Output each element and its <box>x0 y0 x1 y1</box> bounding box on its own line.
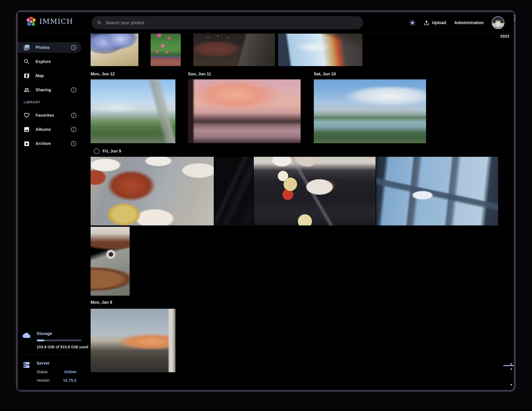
date-group-label[interactable]: Sun, Jun 11 <box>188 72 211 76</box>
photo-thumbnail-window-sky[interactable] <box>376 157 498 225</box>
photo-thumbnail-park-lakes[interactable] <box>91 79 175 143</box>
window-scroll-dots <box>514 15 515 21</box>
app-header: IMMICH Uploa <box>18 12 514 33</box>
photo-thumbnail-pink-flowers[interactable] <box>151 34 181 66</box>
sidebar-item-explore[interactable]: Explore <box>18 56 81 67</box>
sun-icon <box>409 20 416 26</box>
cloud-icon <box>23 331 30 339</box>
upload-label: Upload <box>432 20 446 25</box>
photos-icon <box>23 44 30 51</box>
server-title: Server <box>37 361 76 366</box>
photo-thumbnail-winter-sunset[interactable] <box>91 309 175 372</box>
storage-title: Storage <box>37 331 82 336</box>
sidebar: Photos Explore Map <box>18 34 81 390</box>
search-input[interactable] <box>105 20 348 25</box>
storage-usage-text: 153.9 GiB of 915.8 GiB used <box>37 345 82 349</box>
storage-block: Storage 153.9 GiB of 915.8 GiB used <box>23 331 76 349</box>
upload-button[interactable]: Upload <box>424 20 446 26</box>
select-date-checkbox[interactable] <box>94 148 99 154</box>
scrubber-position-indicator[interactable] <box>503 365 514 366</box>
photo-thumbnail-dinner-table[interactable] <box>254 157 376 225</box>
app-window: IMMICH Uploa <box>16 10 516 392</box>
sidebar-label-photos: Photos <box>36 45 50 50</box>
date-group-label[interactable]: Fri, Jun 9 <box>103 149 121 154</box>
info-icon[interactable] <box>70 140 77 147</box>
server-icon <box>23 361 30 369</box>
date-group-label[interactable]: Mon, Jun 12 <box>91 72 115 76</box>
heart-icon <box>23 112 30 119</box>
upload-icon <box>424 20 429 26</box>
photo-thumbnail-lake-daytime[interactable] <box>314 79 426 143</box>
administration-button[interactable]: Administration <box>454 20 484 25</box>
explore-search-icon <box>23 58 30 65</box>
sidebar-footer: Storage 153.9 GiB of 915.8 GiB used Serv… <box>23 331 76 383</box>
scrubber-tick-dot[interactable] <box>511 363 512 365</box>
photo-timeline: Mon, Jun 12 Sun, Jun 11 Sat, Jun 10 Fri,… <box>81 34 514 390</box>
server-status-label: Status <box>37 370 48 374</box>
server-version-label: Version <box>37 378 50 383</box>
scrubber-tick-dot[interactable] <box>511 368 512 370</box>
scrubber-year-label: 2023 <box>500 34 509 38</box>
photo-thumbnail-window-building[interactable] <box>278 34 362 66</box>
archive-icon <box>23 140 30 147</box>
logo-wordmark: IMMICH <box>39 17 73 25</box>
sidebar-item-photos[interactable]: Photos <box>18 42 81 53</box>
server-version-value: v1.75.2 <box>63 378 76 383</box>
search-bar[interactable] <box>92 16 363 29</box>
immich-logo[interactable]: IMMICH <box>25 16 73 27</box>
map-icon <box>23 73 30 79</box>
administration-label: Administration <box>454 20 484 25</box>
sidebar-item-map[interactable]: Map <box>18 71 81 81</box>
date-group-label[interactable]: Mon, Jan 9 <box>91 300 112 305</box>
sidebar-item-archive[interactable]: Archive <box>18 138 81 149</box>
info-icon[interactable] <box>70 126 77 133</box>
sidebar-label-archive: Archive <box>36 141 51 146</box>
search-icon <box>97 20 102 25</box>
photo-thumbnail-rooftops[interactable] <box>193 34 275 66</box>
photo-thumbnail-night[interactable] <box>215 157 253 225</box>
date-group-label[interactable]: Sat, Jun 10 <box>314 72 336 76</box>
sidebar-label-map: Map <box>36 73 44 78</box>
info-icon[interactable] <box>70 112 77 119</box>
server-block: Server Status Online Version v1.75.2 <box>23 361 76 383</box>
screen: IMMICH Uploa <box>0 0 532 411</box>
sidebar-item-sharing[interactable]: Sharing <box>18 85 81 95</box>
sidebar-label-sharing: Sharing <box>36 87 51 92</box>
sidebar-label-albums: Albums <box>36 127 51 132</box>
photo-thumbnail-pink-sunset[interactable] <box>188 79 301 143</box>
sidebar-divider <box>23 355 76 355</box>
sidebar-label-explore: Explore <box>36 59 51 64</box>
header-actions: Upload Administration <box>409 12 504 33</box>
sharing-people-icon <box>23 87 30 93</box>
date-group-header: Fri, Jun 9 <box>94 148 121 154</box>
photo-thumbnail-blue-flowers[interactable] <box>91 34 138 66</box>
info-icon[interactable] <box>70 44 77 51</box>
user-avatar[interactable] <box>492 16 504 29</box>
sidebar-item-albums[interactable]: Albums <box>18 124 81 135</box>
storage-progress-bar <box>37 340 82 341</box>
photo-thumbnail-staircase-child[interactable] <box>91 227 130 296</box>
photo-thumbnail-hotpot[interactable] <box>91 157 214 225</box>
immich-flower-icon <box>25 16 37 27</box>
info-icon[interactable] <box>70 87 77 93</box>
theme-toggle-button[interactable] <box>409 20 416 26</box>
scrubber-tick-dot[interactable] <box>511 384 512 385</box>
server-status-value: Online <box>64 370 76 374</box>
sidebar-label-favorites: Favorites <box>36 113 54 118</box>
library-section-label: LIBRARY <box>24 100 81 104</box>
albums-icon <box>23 126 30 133</box>
sidebar-item-favorites[interactable]: Favorites <box>18 110 81 121</box>
